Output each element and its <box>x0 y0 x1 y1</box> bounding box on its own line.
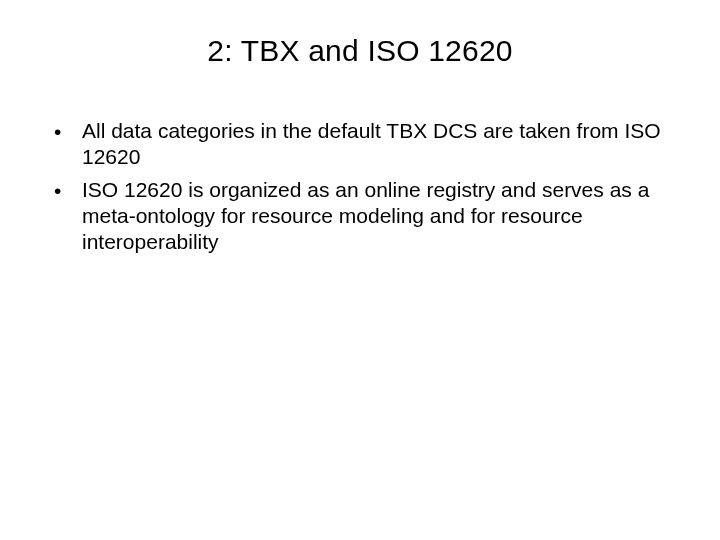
slide-title: 2: TBX and ISO 12620 <box>40 34 680 68</box>
bullet-list: • All data categories in the default TBX… <box>40 118 680 255</box>
list-item: • ISO 12620 is organized as an online re… <box>40 177 670 256</box>
bullet-icon: • <box>54 119 61 145</box>
bullet-text: ISO 12620 is organized as an online regi… <box>82 178 649 254</box>
bullet-icon: • <box>54 178 61 204</box>
slide: 2: TBX and ISO 12620 • All data categori… <box>0 0 720 540</box>
bullet-text: All data categories in the default TBX D… <box>82 119 661 168</box>
list-item: • All data categories in the default TBX… <box>40 118 670 171</box>
